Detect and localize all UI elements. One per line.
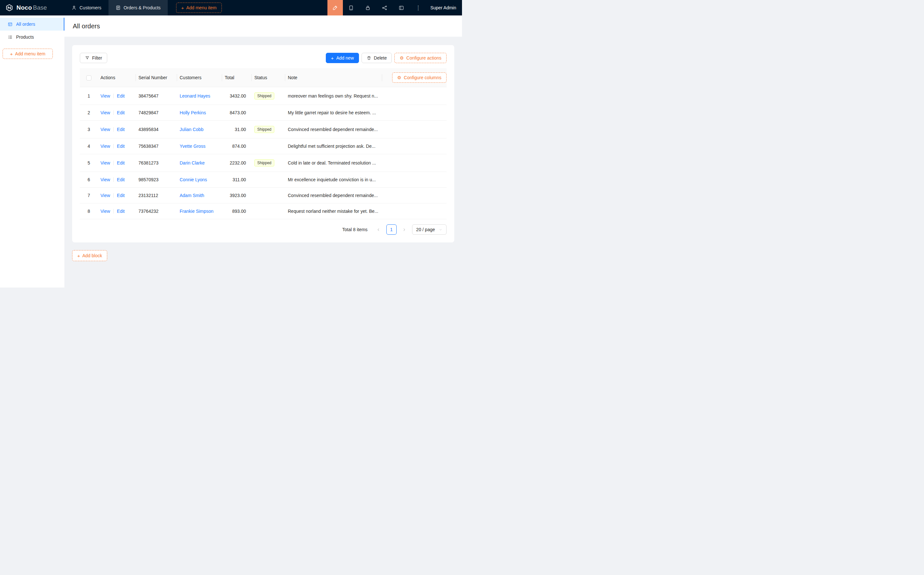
page-size-value: 20 / page [416,227,435,232]
ui-editor-button[interactable] [327,0,343,16]
sidebar: All orders Products + Add menu item [0,16,64,288]
edit-link[interactable]: Edit [117,127,125,132]
table-row: 2 ViewEdit 74829847 Holly Perkins 8473.0… [80,105,446,121]
delete-button[interactable]: Delete [362,53,392,63]
configure-actions-label: Configure actions [406,56,441,60]
filter-button[interactable]: Filter [80,53,107,63]
column-header-total: Total [222,68,252,87]
row-actions-cell: ViewEdit [98,188,136,203]
edit-link[interactable]: Edit [117,94,125,98]
customer-cell: Connie Lyons [177,172,222,188]
pagination: Total 8 items 1 20 / page [80,224,446,235]
customer-link[interactable]: Leonard Hayes [179,94,210,98]
more-button[interactable]: ⋮ [410,0,427,16]
highlighter-icon [332,5,338,11]
table-row: 6 ViewEdit 98570923 Connie Lyons 311.00 … [80,172,446,188]
lock-button[interactable] [360,0,376,16]
config-cell [382,87,446,105]
add-menu-item-label: Add menu item [15,51,45,56]
nav-item-orders-products[interactable]: Orders & Products [108,0,168,16]
top-header: Noco Base Customers Orders & Products + … [0,0,462,16]
nav-item-customers[interactable]: Customers [64,0,108,16]
next-page-button[interactable] [399,224,410,235]
nodes-icon [382,5,387,11]
view-link[interactable]: View [100,94,110,98]
edit-link[interactable]: Edit [117,160,125,165]
config-cell [382,154,446,172]
row-index-cell: 1 [80,87,98,105]
edit-link[interactable]: Edit [117,177,125,182]
customer-link[interactable]: Connie Lyons [179,177,207,182]
customer-link[interactable]: Darin Clarke [179,160,205,165]
add-menu-item-button-side[interactable]: + Add menu item [3,49,53,59]
view-link[interactable]: View [100,127,110,132]
filter-label: Filter [92,56,102,60]
total-cell: 31.00 [222,121,252,138]
view-link[interactable]: View [100,193,110,198]
page-size-select[interactable]: 20 / page [412,224,446,235]
note-cell: Convinced resembled dependent remainde..… [285,121,382,138]
edit-link[interactable]: Edit [117,110,125,115]
status-cell [252,188,285,203]
note-cell: My little garret repair to desire he est… [285,105,382,121]
add-menu-item-button-top[interactable]: + Add menu item [176,3,222,13]
customer-link[interactable]: Adam Smith [179,193,204,198]
mobile-client-button[interactable] [343,0,360,16]
status-cell: Shipped [252,121,285,138]
add-block-button[interactable]: + Add block [72,250,107,261]
sidebar-item-all-orders[interactable]: All orders [0,18,64,30]
total-cell: 2232.00 [222,154,252,172]
note-cell: Request norland neither mistake for yet.… [285,203,382,219]
edit-link[interactable]: Edit [117,209,125,214]
customer-link[interactable]: Holly Perkins [179,110,206,115]
layout-button[interactable] [393,0,410,16]
prev-page-button[interactable] [373,224,384,235]
serial-number-cell: 23132112 [136,188,177,203]
table-row: 8 ViewEdit 73764232 Frankie Simpson 893.… [80,203,446,219]
view-link[interactable]: View [100,144,110,149]
edit-link[interactable]: Edit [117,144,125,149]
row-index-cell: 3 [80,121,98,138]
view-link[interactable]: View [100,209,110,214]
total-cell: 3432.00 [222,87,252,105]
user-menu[interactable]: Super Admin [427,5,462,10]
configure-actions-button[interactable]: ⚙ Configure actions [394,53,446,63]
add-new-button[interactable]: + Add new [326,53,359,63]
customer-link[interactable]: Yvette Gross [179,144,205,149]
configure-columns-button[interactable]: ⚙ Configure columns [392,72,446,83]
customer-cell: Darin Clarke [177,154,222,172]
note-cell: moreover man feelings own shy. Request n… [285,87,382,105]
plus-icon: + [10,51,13,56]
serial-number-cell: 75638347 [136,138,177,154]
table-header-row: Actions Serial Number Customers Total St… [80,68,446,87]
config-cell [382,203,446,219]
view-link[interactable]: View [100,160,110,165]
filter-icon [85,56,89,60]
status-tag: Shipped [254,92,274,100]
customer-link[interactable]: Frankie Simpson [179,209,213,214]
sidebar-item-products[interactable]: Products [0,30,64,43]
view-link[interactable]: View [100,110,110,115]
edit-link[interactable]: Edit [117,193,125,198]
action-divider [113,110,114,115]
plugin-manager-button[interactable] [376,0,393,16]
view-link[interactable]: View [100,177,110,182]
serial-number-cell: 43895834 [136,121,177,138]
select-all-checkbox[interactable] [86,75,91,81]
orders-card: Filter + Add new Delete [72,45,454,242]
list-icon [8,35,13,40]
layout-icon [398,5,404,11]
column-header-note: Note [285,68,382,87]
config-cell [382,105,446,121]
add-menu-item-label: Add menu item [186,5,217,10]
config-cell [382,188,446,203]
page-1-button[interactable]: 1 [386,224,397,235]
tablet-icon [348,5,354,11]
sidebar-item-label: All orders [16,22,35,27]
ellipsis-icon: ⋮ [415,5,421,11]
serial-number-cell: 98570923 [136,172,177,188]
logo-text-base: Base [33,4,47,11]
topbar-tools: ⋮ Super Admin [327,0,462,16]
row-actions-cell: ViewEdit [98,138,136,154]
customer-link[interactable]: Julian Cobb [179,127,203,132]
